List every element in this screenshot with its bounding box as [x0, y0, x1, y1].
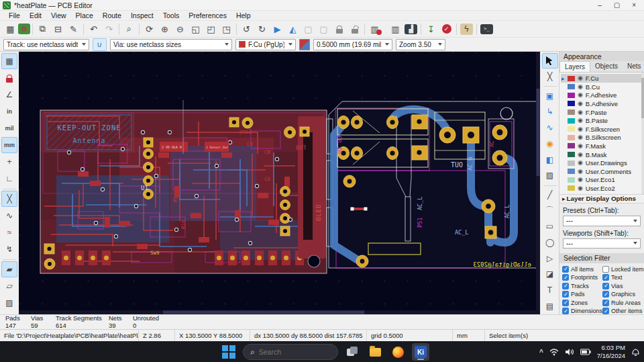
- menu-route[interactable]: Route: [98, 11, 126, 19]
- mirror-icon[interactable]: ◭: [285, 22, 301, 36]
- 45-degree-icon[interactable]: ∟: [1, 171, 17, 187]
- tab-layers[interactable]: Layers: [559, 61, 590, 72]
- layer-color-swatch[interactable]: [568, 185, 575, 191]
- filter-all-items[interactable]: All items: [562, 266, 602, 273]
- curved-ratsnest-icon[interactable]: ∿: [1, 208, 17, 224]
- layer-pair-icon[interactable]: [299, 39, 310, 50]
- net-colors-icon[interactable]: ↯: [1, 241, 17, 257]
- wifi-icon[interactable]: [549, 348, 559, 356]
- filter-text[interactable]: Text: [602, 274, 644, 281]
- visibility-eye-icon[interactable]: ◉: [578, 75, 583, 81]
- visibility-eye-icon[interactable]: ◉: [578, 177, 583, 183]
- filter-other-items[interactable]: Other items: [602, 308, 644, 314]
- kicad-taskbar-button[interactable]: Ki: [412, 343, 429, 361]
- ungroup-icon[interactable]: ▢: [316, 22, 331, 36]
- filter-pads[interactable]: Pads: [562, 291, 602, 298]
- filter-footprints[interactable]: Footprints: [562, 274, 602, 281]
- layer-row-bcu[interactable]: ◉B.Cu: [561, 83, 644, 91]
- add-rule-area-icon[interactable]: ▨: [542, 168, 558, 183]
- draw-circle-icon[interactable]: ◯: [542, 235, 558, 251]
- checkbox[interactable]: [602, 291, 609, 298]
- layer-color-swatch[interactable]: [568, 76, 575, 81]
- checkbox[interactable]: [562, 300, 569, 306]
- checkbox[interactable]: [562, 266, 569, 273]
- filter-locked-items[interactable]: Locked items: [602, 266, 644, 273]
- rotate-cw-icon[interactable]: ↻: [254, 22, 270, 36]
- layer-select[interactable]: F.Cu (PgUp): [235, 39, 296, 50]
- group-icon[interactable]: ▢: [301, 22, 316, 36]
- layer-row-bmask[interactable]: ◉B.Mask: [561, 150, 644, 159]
- checkbox[interactable]: [602, 266, 609, 273]
- filter-dimensions[interactable]: Dimensions: [562, 308, 602, 314]
- layer-row-fpaste[interactable]: ◉F.Paste: [561, 108, 644, 117]
- layer-row-usereco1[interactable]: ◉User.Eco1: [561, 175, 644, 184]
- firefox-button[interactable]: [389, 343, 407, 361]
- menu-view[interactable]: View: [46, 11, 71, 19]
- highlight-net-tool-icon[interactable]: ╳: [542, 69, 558, 85]
- add-footprint-icon[interactable]: ▣: [542, 88, 558, 103]
- lock-icon[interactable]: [331, 22, 347, 36]
- battery-icon[interactable]: [580, 349, 591, 355]
- checkbox[interactable]: [562, 291, 569, 298]
- volume-icon[interactable]: [565, 348, 574, 356]
- visibility-eye-icon[interactable]: ◉: [578, 101, 583, 107]
- layer-row-fadhesive[interactable]: ◉F.Adhesive: [561, 91, 644, 100]
- taskbar-clock[interactable]: 6:03 PM 7/16/2024: [597, 344, 625, 360]
- v-scroll-thumb[interactable]: [537, 89, 540, 176]
- track-width-select[interactable]: Track: use netclass width: [3, 39, 89, 50]
- checkbox[interactable]: [562, 308, 569, 314]
- filter-graphics[interactable]: Graphics: [602, 291, 644, 298]
- visibility-eye-icon[interactable]: ◉: [578, 152, 583, 158]
- polar-coords-icon[interactable]: ∠: [1, 87, 17, 103]
- menu-file[interactable]: File: [4, 11, 25, 19]
- visibility-eye-icon[interactable]: ◉: [578, 143, 583, 149]
- zoom-objects-icon[interactable]: ◰: [203, 22, 219, 36]
- layer-row-fmask[interactable]: ◉F.Mask: [561, 142, 644, 150]
- route-tracks-icon[interactable]: ↳: [542, 104, 558, 120]
- drc-icon[interactable]: ✓: [439, 22, 454, 36]
- visibility-eye-icon[interactable]: ◉: [578, 118, 583, 124]
- search-input[interactable]: [259, 348, 319, 356]
- menu-inspect[interactable]: Inspect: [126, 11, 158, 19]
- save-icon[interactable]: ▦: [3, 22, 18, 36]
- layer-color-swatch[interactable]: [568, 169, 575, 174]
- find-icon[interactable]: ⌕: [121, 22, 137, 36]
- cursor-shape-icon[interactable]: +: [1, 154, 17, 170]
- visibility-eye-icon[interactable]: ◉: [578, 126, 583, 132]
- menu-preferences[interactable]: Preferences: [184, 11, 231, 19]
- menu-place[interactable]: Place: [71, 11, 98, 19]
- layer-display-options[interactable]: ▸ Layer Display Options: [559, 194, 644, 204]
- file-explorer-button[interactable]: [366, 343, 384, 361]
- layer-row-userdrawings[interactable]: ◉User.Drawings: [561, 159, 644, 167]
- layer-color-swatch[interactable]: [568, 101, 575, 106]
- checkbox[interactable]: [602, 274, 609, 281]
- footprint-browser-icon[interactable]: ▥: [388, 22, 403, 36]
- units-inches-icon[interactable]: in: [1, 103, 17, 120]
- flip-board-icon[interactable]: ▶: [270, 22, 285, 36]
- highlight-net-icon[interactable]: ≈: [1, 224, 17, 240]
- add-via-icon[interactable]: ◉: [542, 136, 558, 151]
- layer-row-usereco2[interactable]: ◉User.Eco2: [561, 184, 644, 193]
- tray-chevron-icon[interactable]: ^: [539, 349, 543, 356]
- print-icon[interactable]: ⊟: [50, 22, 66, 36]
- redo-icon[interactable]: ↷: [101, 22, 117, 36]
- visibility-eye-icon[interactable]: ◉: [578, 92, 583, 98]
- filter-rule-areas[interactable]: Rule Areas: [602, 300, 644, 306]
- task-view-button[interactable]: [343, 343, 361, 361]
- start-button[interactable]: [220, 343, 237, 361]
- visibility-eye-icon[interactable]: ◉: [578, 109, 583, 116]
- plugin-icon[interactable]: ϟ: [459, 22, 474, 36]
- notification-bell-icon[interactable]: [631, 347, 640, 357]
- track-posture-icon[interactable]: ∪: [93, 38, 107, 51]
- presets-select[interactable]: ---: [563, 216, 641, 226]
- menu-edit[interactable]: Edit: [25, 11, 46, 19]
- visibility-eye-icon[interactable]: ◉: [578, 169, 583, 175]
- tab-objects[interactable]: Objects: [590, 61, 623, 72]
- checkbox[interactable]: [602, 283, 609, 289]
- layer-row-badhesive[interactable]: ◉B.Adhesive: [561, 99, 644, 108]
- scripting-console-icon[interactable]: >_: [479, 22, 494, 36]
- add-image-icon[interactable]: ◪: [542, 267, 558, 282]
- unlock-icon[interactable]: [347, 22, 362, 36]
- layer-row-bsilkscreen[interactable]: ◉B.Silkscreen: [561, 134, 644, 142]
- viewports-select[interactable]: ---: [563, 238, 641, 248]
